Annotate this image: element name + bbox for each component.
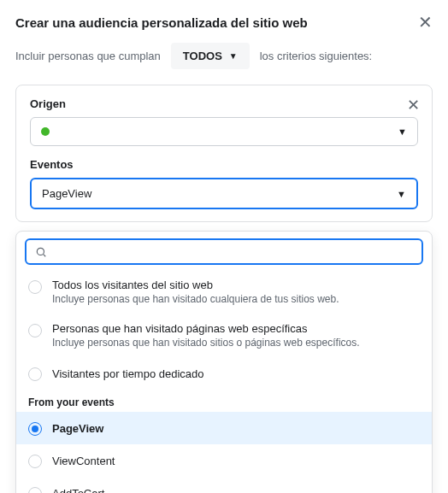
radio-icon xyxy=(28,422,42,436)
criteria-card: ✕ Origen ▼ Eventos PageView ▼ xyxy=(15,85,433,222)
origin-label: Origen xyxy=(30,97,418,110)
events-label: Eventos xyxy=(30,158,418,171)
status-dot-icon xyxy=(41,127,50,136)
option-title: Visitantes por tiempo dedicado xyxy=(52,367,204,380)
filter-suffix: los criterios siguientes: xyxy=(260,50,373,62)
option-title: ViewContent xyxy=(52,455,115,467)
events-section-heading: From your events xyxy=(16,390,432,412)
radio-icon xyxy=(28,280,42,294)
events-selected-value: PageView xyxy=(42,187,91,200)
option-subtitle: Incluye personas que han visitado sitios… xyxy=(52,337,360,349)
search-icon xyxy=(35,246,47,258)
search-wrap xyxy=(16,232,432,270)
option-event-viewcontent[interactable]: ViewContent xyxy=(16,444,432,477)
option-title: AddToCart xyxy=(52,487,104,494)
option-subtitle: Incluye personas que han visitado cualqu… xyxy=(52,293,339,305)
title-row: Crear una audiencia personalizada del si… xyxy=(15,14,433,31)
option-text: PageView xyxy=(52,422,103,435)
option-specific-pages[interactable]: Personas que han visitado páginas web es… xyxy=(16,314,432,357)
caret-down-icon: ▼ xyxy=(397,189,406,199)
option-text: Visitantes por tiempo dedicado xyxy=(52,367,204,380)
close-icon[interactable]: ✕ xyxy=(418,14,433,31)
radio-icon xyxy=(28,367,42,381)
option-all-visitors[interactable]: Todos los visitantes del sitio web Inclu… xyxy=(16,270,432,314)
option-text: ViewContent xyxy=(52,455,115,467)
card-close-icon[interactable]: ✕ xyxy=(407,96,420,114)
option-text: AddToCart xyxy=(52,487,104,494)
option-event-addtocart[interactable]: AddToCart xyxy=(16,477,432,493)
radio-icon xyxy=(28,455,42,468)
option-text: Personas que han visitado páginas web es… xyxy=(52,322,360,349)
option-event-pageview[interactable]: PageView xyxy=(16,412,432,444)
events-select[interactable]: PageView ▼ xyxy=(30,178,418,209)
criteria-dropdown[interactable]: TODOS ▼ xyxy=(171,43,250,69)
filter-prefix: Incluir personas que cumplan xyxy=(15,50,161,62)
option-title: Personas que han visitado páginas web es… xyxy=(52,322,360,335)
criteria-label: TODOS xyxy=(183,50,222,62)
modal: Crear una audiencia personalizada del si… xyxy=(0,0,448,493)
option-title: PageView xyxy=(52,422,103,435)
svg-line-1 xyxy=(44,254,46,256)
option-text: Todos los visitantes del sitio web Inclu… xyxy=(52,279,339,305)
search-input[interactable] xyxy=(54,245,413,258)
radio-icon xyxy=(28,487,42,493)
filter-row: Incluir personas que cumplan TODOS ▼ los… xyxy=(15,43,433,69)
search-box[interactable] xyxy=(25,238,423,265)
source-select[interactable]: ▼ xyxy=(30,117,418,146)
caret-down-icon: ▼ xyxy=(229,51,238,61)
caret-down-icon: ▼ xyxy=(398,126,407,137)
svg-point-0 xyxy=(37,248,44,255)
option-title: Todos los visitantes del sitio web xyxy=(52,279,339,291)
events-dropdown: Todos los visitantes del sitio web Inclu… xyxy=(15,231,433,493)
modal-title: Crear una audiencia personalizada del si… xyxy=(15,15,308,30)
radio-icon xyxy=(28,324,42,337)
option-time-spent[interactable]: Visitantes por tiempo dedicado xyxy=(16,357,432,390)
